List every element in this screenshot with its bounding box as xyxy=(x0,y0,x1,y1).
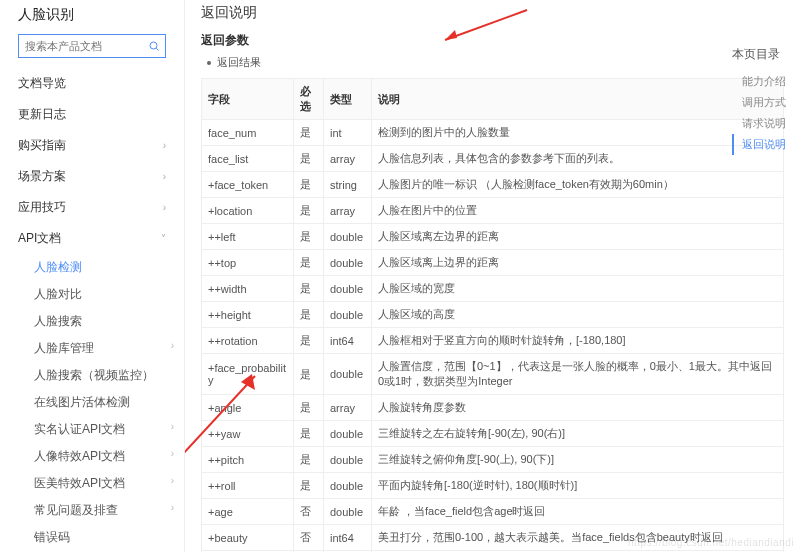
toc-item[interactable]: 返回说明 xyxy=(732,134,796,155)
table-header-row: 字段 必选 类型 说明 xyxy=(202,79,784,120)
sidebar-title: 人脸识别 xyxy=(0,6,184,34)
section-title: 返回说明 xyxy=(201,4,784,22)
table-row: +face_probability是double人脸置信度，范围【0~1】，代表… xyxy=(202,354,784,395)
sidebar-subitem[interactable]: 常见问题及排查› xyxy=(0,497,184,524)
sidebar-item[interactable]: API文档˅ xyxy=(0,223,184,254)
page-toc: 本页目录 能力介绍调用方式请求说明返回说明 xyxy=(732,46,796,155)
table-row: ++rotation是int64人脸框相对于竖直方向的顺时针旋转角，[-180,… xyxy=(202,328,784,354)
chevron-icon: › xyxy=(163,140,166,151)
search-icon[interactable] xyxy=(143,40,165,52)
table-row: +angle是array人脸旋转角度参数 xyxy=(202,395,784,421)
sidebar: 人脸识别 文档导览更新日志购买指南›场景方案›应用技巧›API文档˅人脸检测人脸… xyxy=(0,0,185,552)
svg-point-0 xyxy=(150,42,157,49)
sidebar-item[interactable]: 更新日志 xyxy=(0,99,184,130)
sidebar-subitem[interactable]: 在线图片活体检测 xyxy=(0,389,184,416)
chevron-icon: › xyxy=(171,448,174,465)
sub-title: 返回参数 xyxy=(201,32,784,49)
chevron-icon: › xyxy=(171,340,174,357)
chevron-icon: › xyxy=(171,502,174,519)
svg-line-1 xyxy=(156,48,158,50)
sidebar-subitem[interactable]: 错误码 xyxy=(0,524,184,551)
search-input[interactable] xyxy=(19,40,143,52)
sidebar-subitem[interactable]: 人脸搜索 xyxy=(0,308,184,335)
th-field: 字段 xyxy=(202,79,294,120)
table-row: ++left是double人脸区域离左边界的距离 xyxy=(202,224,784,250)
chevron-icon: ˅ xyxy=(161,233,166,244)
watermark: https://blog.csdn.net/hediandiandi xyxy=(628,537,794,548)
sidebar-item[interactable]: 场景方案› xyxy=(0,161,184,192)
sidebar-item[interactable]: 文档导览 xyxy=(0,68,184,99)
params-table: 字段 必选 类型 说明 face_num是int检测到的图片中的人脸数量face… xyxy=(201,78,784,552)
table-row: +location是array人脸在图片中的位置 xyxy=(202,198,784,224)
toc-item[interactable]: 调用方式 xyxy=(732,92,796,113)
sidebar-subitem[interactable]: 医美特效API文档› xyxy=(0,470,184,497)
bullet-dot xyxy=(207,61,211,65)
sidebar-subitem[interactable]: 实名认证API文档› xyxy=(0,416,184,443)
table-row: ++top是double人脸区域离上边界的距离 xyxy=(202,250,784,276)
bullet-result: 返回结果 xyxy=(207,55,784,70)
table-row: ++pitch是double三维旋转之俯仰角度[-90(上), 90(下)] xyxy=(202,447,784,473)
sidebar-item[interactable]: 购买指南› xyxy=(0,130,184,161)
table-row: ++height是double人脸区域的高度 xyxy=(202,302,784,328)
th-req: 必选 xyxy=(294,79,324,120)
chevron-icon: › xyxy=(171,421,174,438)
chevron-icon: › xyxy=(163,202,166,213)
sidebar-item[interactable]: 应用技巧› xyxy=(0,192,184,223)
sidebar-subitem[interactable]: 人脸库管理› xyxy=(0,335,184,362)
table-row: ++roll是double平面内旋转角[-180(逆时针), 180(顺时针)] xyxy=(202,473,784,499)
table-row: face_list是array人脸信息列表，具体包含的参数参考下面的列表。 xyxy=(202,146,784,172)
sidebar-subitem[interactable]: 人脸搜索（视频监控） xyxy=(0,362,184,389)
table-row: ++width是double人脸区域的宽度 xyxy=(202,276,784,302)
sidebar-subitem[interactable]: 人脸对比 xyxy=(0,281,184,308)
table-row: ++yaw是double三维旋转之左右旋转角[-90(左), 90(右)] xyxy=(202,421,784,447)
table-row: face_num是int检测到的图片中的人脸数量 xyxy=(202,120,784,146)
sidebar-subitem[interactable]: 人像特效API文档› xyxy=(0,443,184,470)
th-type: 类型 xyxy=(324,79,372,120)
th-desc: 说明 xyxy=(372,79,784,120)
chevron-icon: › xyxy=(171,475,174,492)
search-box[interactable] xyxy=(18,34,166,58)
bullet-text: 返回结果 xyxy=(217,55,261,70)
toc-item[interactable]: 能力介绍 xyxy=(732,71,796,92)
table-row: +age否double年龄 ，当face_field包含age时返回 xyxy=(202,499,784,525)
main-content: 返回说明 返回参数 返回结果 字段 必选 类型 说明 face_num是int检… xyxy=(185,0,800,552)
chevron-icon: › xyxy=(163,171,166,182)
toc-item[interactable]: 请求说明 xyxy=(732,113,796,134)
sidebar-nav: 文档导览更新日志购买指南›场景方案›应用技巧›API文档˅人脸检测人脸对比人脸搜… xyxy=(0,68,184,552)
table-row: +face_token是string人脸图片的唯一标识 （人脸检测face_to… xyxy=(202,172,784,198)
toc-title: 本页目录 xyxy=(732,46,796,63)
sidebar-subitem[interactable]: 人脸检测 xyxy=(0,254,184,281)
